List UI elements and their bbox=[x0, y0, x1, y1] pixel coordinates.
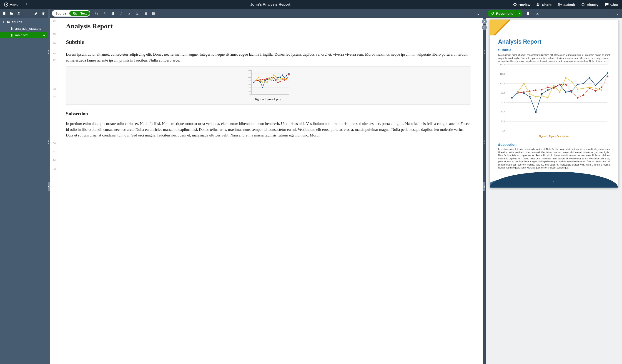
review-button[interactable]: AbReview bbox=[510, 1, 533, 8]
main-area: figuresanalysis_orax.stymain.tex Source … bbox=[0, 9, 622, 364]
bullet-list-button[interactable] bbox=[150, 10, 157, 17]
section-small-button[interactable]: § bbox=[101, 10, 108, 17]
rename-icon[interactable] bbox=[34, 11, 38, 16]
svg-rect-95 bbox=[535, 111, 537, 112]
pdf-title: Analysis Report bbox=[498, 38, 610, 45]
svg-rect-34 bbox=[273, 80, 274, 81]
refresh-icon bbox=[491, 12, 494, 15]
mode-toggle: Source Rich Text bbox=[52, 10, 90, 17]
editor-preview-divider[interactable] bbox=[483, 9, 486, 364]
editor-body[interactable]: 1819202122232430313233 Analysis Report S… bbox=[50, 18, 483, 364]
new-folder-icon[interactable] bbox=[10, 11, 14, 16]
menu-button[interactable]: Menu bbox=[2, 1, 21, 7]
svg-point-5 bbox=[152, 13, 153, 14]
sigma-button[interactable]: Σ bbox=[134, 10, 141, 17]
svg-rect-38 bbox=[282, 74, 283, 76]
line-number: 30 bbox=[50, 142, 57, 145]
svg-text:100.0: 100.0 bbox=[500, 82, 505, 85]
file-tree-item[interactable]: analysis_orax.sty bbox=[0, 25, 48, 32]
svg-rect-111 bbox=[535, 89, 537, 91]
svg-point-138 bbox=[601, 89, 602, 91]
svg-rect-96 bbox=[541, 93, 543, 94]
svg-rect-36 bbox=[277, 77, 278, 78]
chat-button[interactable]: Chat bbox=[602, 1, 620, 8]
overleaf-logo-icon bbox=[4, 2, 8, 7]
pi-button[interactable]: π bbox=[125, 10, 133, 17]
collapse-file-tree-button[interactable] bbox=[48, 182, 50, 191]
logs-button[interactable] bbox=[524, 10, 532, 17]
split-handle-left[interactable] bbox=[48, 9, 50, 364]
svg-point-65 bbox=[271, 80, 272, 81]
svg-point-62 bbox=[264, 81, 265, 82]
delete-icon[interactable] bbox=[41, 11, 45, 16]
svg-point-59 bbox=[258, 76, 259, 78]
numbered-list-button[interactable] bbox=[142, 10, 149, 17]
history-button[interactable]: History bbox=[579, 1, 601, 8]
svg-text:120.0: 120.0 bbox=[248, 73, 251, 74]
line-number: 22 bbox=[50, 59, 57, 62]
history-icon bbox=[581, 2, 585, 7]
line-number: 20 bbox=[50, 42, 57, 45]
svg-point-63 bbox=[266, 82, 268, 83]
section-large-button[interactable]: § bbox=[93, 10, 100, 17]
preview-fullscreen-button[interactable] bbox=[612, 10, 620, 17]
pdf-para1: Lorem ipsum dolor sit amet, consectetur … bbox=[498, 54, 610, 63]
pdf-page: Analysis Report Subtitle Lorem ipsum dol… bbox=[490, 19, 618, 188]
submit-button[interactable]: Submit bbox=[555, 1, 577, 8]
new-file-icon[interactable] bbox=[2, 11, 6, 16]
file-tree-item[interactable]: main.tex bbox=[0, 32, 48, 38]
svg-rect-102 bbox=[577, 84, 578, 85]
svg-point-132 bbox=[565, 77, 566, 78]
recompile-dropdown[interactable] bbox=[517, 10, 523, 17]
preview-toolbar: Recompile bbox=[486, 9, 622, 18]
download-pdf-button[interactable] bbox=[534, 10, 542, 17]
file-tree-item[interactable]: figures bbox=[0, 19, 48, 25]
svg-text:100.0: 100.0 bbox=[248, 76, 251, 78]
expand-preview-button[interactable] bbox=[483, 182, 485, 191]
document-editor[interactable]: Analysis Report Subtitle Lorem ipsum dol… bbox=[57, 18, 483, 364]
line-number: 23 bbox=[50, 88, 57, 90]
svg-rect-41 bbox=[289, 73, 290, 74]
sync-to-pdf-button[interactable] bbox=[482, 19, 487, 24]
svg-point-64 bbox=[269, 77, 270, 78]
share-button[interactable]: Share bbox=[534, 1, 554, 8]
svg-point-4 bbox=[152, 12, 153, 13]
mode-source[interactable]: Source bbox=[52, 11, 69, 16]
italic-button[interactable]: I bbox=[117, 10, 125, 17]
upload-icon[interactable] bbox=[17, 11, 21, 16]
svg-rect-28 bbox=[260, 82, 261, 83]
svg-text:40.0: 40.0 bbox=[249, 87, 251, 88]
file-label: analysis_orax.sty bbox=[15, 27, 41, 30]
svg-rect-100 bbox=[565, 91, 566, 93]
home-button[interactable] bbox=[22, 2, 30, 7]
chevron-right-icon bbox=[483, 185, 485, 188]
svg-rect-106 bbox=[601, 79, 602, 80]
svg-point-69 bbox=[280, 78, 281, 79]
svg-rect-112 bbox=[541, 89, 543, 91]
pdf-subsection: Subsection bbox=[498, 143, 610, 146]
mode-rich-text[interactable]: Rich Text bbox=[69, 11, 90, 16]
svg-rect-97 bbox=[547, 89, 548, 91]
folder-icon bbox=[7, 20, 10, 24]
svg-rect-29 bbox=[262, 87, 263, 88]
svg-rect-94 bbox=[529, 96, 530, 97]
preview-body[interactable]: Analysis Report Subtitle Lorem ipsum dol… bbox=[486, 18, 622, 364]
editor-fullscreen-button[interactable] bbox=[473, 10, 481, 17]
svg-point-137 bbox=[595, 87, 596, 89]
line-number: 18 bbox=[50, 19, 57, 22]
sync-to-code-button[interactable] bbox=[482, 25, 487, 30]
svg-rect-107 bbox=[607, 72, 608, 73]
topbar: Menu John's Analysis Report AbReviewShar… bbox=[0, 0, 622, 9]
file-icon bbox=[10, 27, 13, 30]
svg-text:0.0: 0.0 bbox=[502, 129, 505, 132]
file-icon bbox=[10, 33, 13, 37]
recompile-button[interactable]: Recompile bbox=[488, 10, 517, 17]
svg-point-129 bbox=[547, 97, 548, 98]
editor-figure-box[interactable]: 0.020.040.060.080.0100.0120.0140.0 [figu… bbox=[66, 66, 470, 105]
file-panel: figuresanalysis_orax.stymain.tex bbox=[0, 9, 48, 364]
bold-button[interactable]: B bbox=[109, 10, 117, 17]
svg-point-124 bbox=[517, 91, 519, 93]
editor-subtitle: Subtitle bbox=[66, 39, 470, 45]
page-number: 1 bbox=[553, 181, 555, 183]
editor-subsection: Subsection bbox=[66, 111, 470, 117]
